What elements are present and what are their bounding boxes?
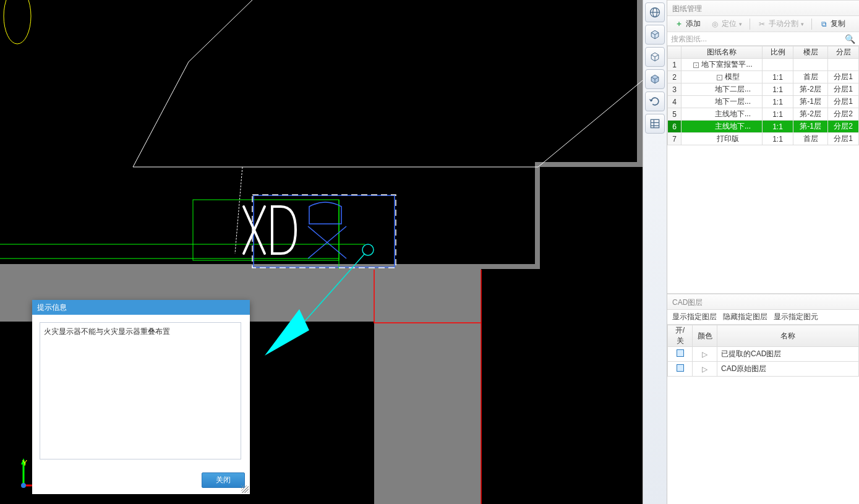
resize-grip[interactable] xyxy=(241,485,249,493)
floor-cell[interactable]: 第-2层 xyxy=(793,108,828,121)
sheet-table[interactable]: 图纸名称 比例 楼层 分层 1-地下室报警平...2-模型1:1首层分层13地下… xyxy=(667,46,859,145)
floor-cell[interactable] xyxy=(793,59,828,71)
layer-cell[interactable]: 分层1 xyxy=(828,96,859,108)
split-label: 手动分割 xyxy=(769,19,798,29)
sheet-search-input[interactable] xyxy=(671,35,845,43)
svg-text:Y: Y xyxy=(22,459,27,468)
col-onoff[interactable]: 开/关 xyxy=(668,325,693,347)
col-layername[interactable]: 名称 xyxy=(717,325,859,347)
table-row[interactable]: 5主线地下...1:1第-2层分层2 xyxy=(668,108,859,121)
col-layer[interactable]: 分层 xyxy=(828,46,859,59)
hide-layer-button[interactable]: 隐藏指定图层 xyxy=(723,312,767,322)
ratio-cell[interactable]: 1:1 xyxy=(763,96,793,108)
tree-toggle-icon[interactable]: - xyxy=(717,75,722,80)
floor-cell[interactable]: 首层 xyxy=(793,133,828,145)
table-row[interactable]: 7打印版1:1首层分层1 xyxy=(668,133,859,145)
dropdown-icon: ▾ xyxy=(739,21,742,27)
row-number: 2 xyxy=(668,71,682,83)
table-row[interactable]: ▷已提取的CAD图层 xyxy=(668,347,859,362)
table-row[interactable]: 4地下一层...1:1第-1层分层1 xyxy=(668,96,859,108)
sheet-panel-toolbar: ＋ 添加 ◎ 定位 ▾ ✂ 手动分割 ▾ ⧉ 复制 xyxy=(667,16,859,32)
add-button[interactable]: ＋ 添加 xyxy=(671,17,704,30)
svg-point-5 xyxy=(4,0,31,44)
dialog-message: 火灾显示器不能与火灾显示器重叠布置 xyxy=(40,322,241,459)
ratio-cell[interactable]: 1:1 xyxy=(763,133,793,145)
scissors-icon: ✂ xyxy=(758,20,766,28)
sheet-name-cell[interactable]: 地下二层... xyxy=(682,83,763,96)
target-icon: ◎ xyxy=(711,20,719,28)
col-ratio[interactable]: 比例 xyxy=(763,46,793,59)
show-element-button[interactable]: 显示指定图元 xyxy=(774,312,818,322)
visibility-checkbox[interactable] xyxy=(677,364,684,372)
row-number: 3 xyxy=(668,83,682,96)
rotate-icon[interactable] xyxy=(645,92,665,111)
svg-line-3 xyxy=(538,80,643,167)
svg-line-0 xyxy=(133,62,189,167)
globe-icon[interactable] xyxy=(645,2,665,22)
layer-cell[interactable]: 分层2 xyxy=(828,121,859,133)
dropdown-icon: ▾ xyxy=(801,21,804,27)
layer-cell[interactable]: 分层1 xyxy=(828,71,859,83)
layer-cell[interactable]: 分层2 xyxy=(828,108,859,121)
table-row[interactable]: ▷CAD原始图层 xyxy=(668,362,859,377)
row-number: 6 xyxy=(668,121,682,133)
sheet-name-cell[interactable]: 地下一层... xyxy=(682,96,763,108)
layer-cell[interactable] xyxy=(828,59,859,71)
svg-point-16 xyxy=(362,244,374,255)
sheet-name-cell[interactable]: 打印版 xyxy=(682,133,763,145)
row-number: 4 xyxy=(668,96,682,108)
layer-cell[interactable]: 分层1 xyxy=(828,133,859,145)
visibility-checkbox[interactable] xyxy=(677,349,684,357)
view-toolstrip xyxy=(643,0,667,504)
col-floor[interactable]: 楼层 xyxy=(793,46,828,59)
sheet-name-cell[interactable]: -模型 xyxy=(682,71,763,83)
floor-cell[interactable]: 第-1层 xyxy=(793,96,828,108)
sheet-name-cell[interactable]: -地下室报警平... xyxy=(682,59,763,71)
table-row[interactable]: 6主线地下...1:1第-1层分层2 xyxy=(668,121,859,133)
floor-cell[interactable]: 第-1层 xyxy=(793,121,828,133)
table-row[interactable]: 3地下二层...1:1第-2层分层1 xyxy=(668,83,859,96)
ratio-cell[interactable]: 1:1 xyxy=(763,108,793,121)
cube-3d-icon[interactable] xyxy=(645,25,665,45)
locate-button: ◎ 定位 ▾ xyxy=(707,17,746,30)
svg-rect-30 xyxy=(651,119,659,127)
col-name[interactable]: 图纸名称 xyxy=(682,46,763,59)
ratio-cell[interactable]: 1:1 xyxy=(763,121,793,133)
expand-icon[interactable]: ▷ xyxy=(702,365,707,374)
tree-toggle-icon[interactable]: - xyxy=(693,62,699,68)
close-button[interactable]: 关闭 xyxy=(202,472,245,488)
expand-icon[interactable]: ▷ xyxy=(702,350,707,359)
sheet-name-cell[interactable]: 主线地下... xyxy=(682,121,763,133)
locate-label: 定位 xyxy=(722,19,737,29)
col-rownum[interactable] xyxy=(668,46,682,59)
sheet-panel-title: 图纸管理 xyxy=(667,0,859,16)
ratio-cell[interactable]: 1:1 xyxy=(763,71,793,83)
layer-table[interactable]: 开/关 颜色 名称 ▷已提取的CAD图层▷CAD原始图层 xyxy=(667,325,859,377)
wire-cube-icon[interactable] xyxy=(645,47,665,67)
layer-name-cell[interactable]: CAD原始图层 xyxy=(717,362,859,377)
ratio-cell[interactable] xyxy=(763,59,793,71)
layer-cell[interactable]: 分层1 xyxy=(828,83,859,96)
ratio-cell[interactable]: 1:1 xyxy=(763,83,793,96)
manual-split-button: ✂ 手动分割 ▾ xyxy=(754,17,808,30)
copy-button[interactable]: ⧉ 复制 xyxy=(816,17,849,30)
svg-line-4 xyxy=(235,167,242,254)
search-icon[interactable]: 🔍 xyxy=(845,34,855,44)
copy-icon: ⧉ xyxy=(819,20,828,28)
col-color[interactable]: 颜色 xyxy=(693,325,717,347)
solid-cube-icon[interactable] xyxy=(645,69,665,89)
table-row[interactable]: 2-模型1:1首层分层1 xyxy=(668,71,859,83)
row-number: 7 xyxy=(668,133,682,145)
table-row[interactable]: 1-地下室报警平... xyxy=(668,59,859,71)
copy-label: 复制 xyxy=(831,19,845,29)
schedule-icon[interactable] xyxy=(645,114,665,134)
floor-cell[interactable]: 第-2层 xyxy=(793,83,828,96)
svg-line-1 xyxy=(189,0,252,62)
layer-name-cell[interactable]: 已提取的CAD图层 xyxy=(717,347,859,362)
show-layer-button[interactable]: 显示指定图层 xyxy=(672,312,717,322)
dialog-title[interactable]: 提示信息 xyxy=(32,300,250,315)
row-number: 5 xyxy=(668,108,682,121)
floor-cell[interactable]: 首层 xyxy=(793,71,828,83)
svg-point-26 xyxy=(21,483,26,488)
sheet-name-cell[interactable]: 主线地下... xyxy=(682,108,763,121)
